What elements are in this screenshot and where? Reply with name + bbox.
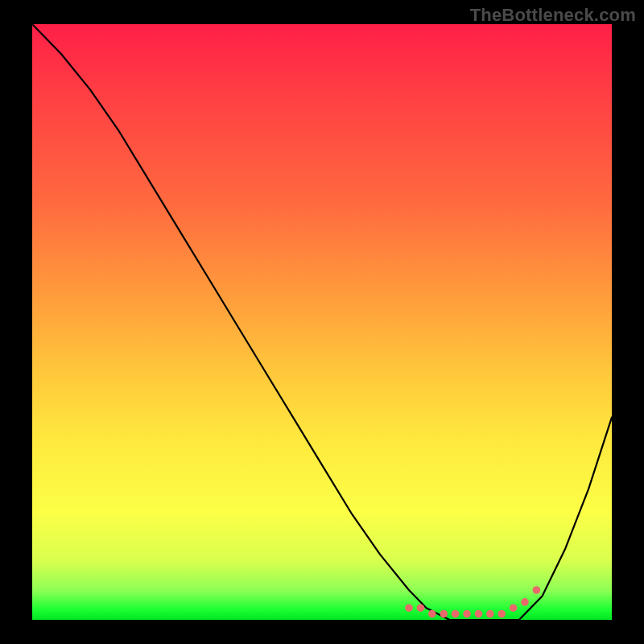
bottleneck-curve — [32, 24, 612, 620]
min-region-markers — [405, 586, 540, 617]
marker-dot — [521, 598, 529, 606]
marker-dot — [497, 610, 506, 618]
marker-dot — [475, 610, 483, 618]
chart-frame: TheBottleneck.com — [0, 0, 644, 644]
marker-dot — [440, 610, 448, 618]
marker-dot — [452, 610, 460, 618]
marker-dot — [417, 604, 425, 612]
marker-dot — [486, 610, 494, 618]
marker-dot — [428, 610, 436, 618]
marker-dot — [463, 610, 471, 618]
chart-svg — [32, 24, 612, 620]
marker-dot — [533, 586, 541, 594]
marker-dot — [405, 604, 413, 612]
marker-dot — [510, 604, 518, 612]
watermark: TheBottleneck.com — [470, 5, 636, 26]
